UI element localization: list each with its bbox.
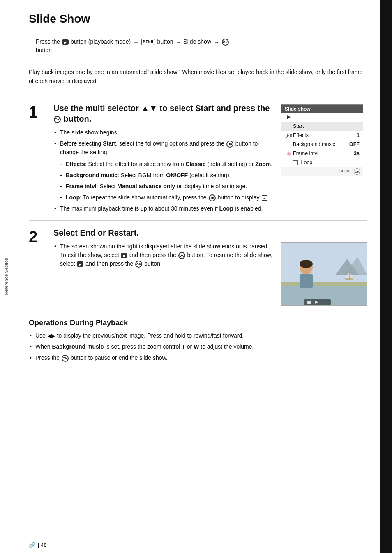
menu-play-icon xyxy=(285,115,293,119)
camera-scene-bg xyxy=(281,243,367,305)
stop-icon: ■ xyxy=(121,253,127,258)
svg-rect-12 xyxy=(307,301,311,304)
divider-1 xyxy=(29,96,367,96)
menu-row-effects: ((·)) Effects 1 xyxy=(281,131,363,140)
divider-2 xyxy=(29,220,367,221)
step2-bullet-1: The screen shown on the right is display… xyxy=(53,242,273,268)
lr-arrows-icon: ◀▶ xyxy=(47,332,55,340)
svg-rect-7 xyxy=(300,274,313,288)
instruction-text-part4: button xyxy=(36,47,52,53)
page-num-decoration: 🔗 xyxy=(29,542,35,548)
play-icon-step2: ▶ xyxy=(77,261,83,267)
inline-ok-ops: OK xyxy=(62,355,69,362)
step1-dash-effects: Effects: Select the effect for a slide s… xyxy=(60,160,273,169)
svg-point-6 xyxy=(300,260,313,268)
step1-heading: Use the multi selector ▲▼ to select Star… xyxy=(53,103,273,124)
ops-bullet-list: Use ◀▶ to display the previous/next imag… xyxy=(29,331,367,362)
arrow-icon-2: → xyxy=(175,38,181,46)
sidebar-reference: Reference Section xyxy=(0,0,12,553)
slideshow-menu-widget: Slide show Start ((·)) Effects 1 xyxy=(281,104,367,216)
step1-ok-icon: OK xyxy=(54,116,61,123)
step1-dash-bgm: Background music: Select BGM from ON/OFF… xyxy=(60,171,273,180)
step2-bullet-list: The screen shown on the right is display… xyxy=(53,242,273,268)
sidebar-label: Reference Section xyxy=(4,258,9,295)
step2-number: 2 xyxy=(29,227,45,306)
menu-row-bgm: Background music OFF xyxy=(281,140,363,149)
step1-bullet-1: The slide show begins. xyxy=(53,128,273,137)
menu-loop-label: Loop xyxy=(293,160,360,165)
page-title: Slide Show xyxy=(29,12,367,25)
inline-ok-3: OK xyxy=(209,194,216,201)
step2-content: Select End or Restart. The screen shown … xyxy=(53,227,367,306)
instruction-text-part2: button (playback mode) xyxy=(71,38,132,45)
checked-box-icon xyxy=(262,195,267,201)
instruction-text-part3: button xyxy=(157,38,175,45)
inline-ok-2: OK xyxy=(226,141,233,148)
arrow-icon-3: → xyxy=(214,38,219,46)
step1-bullet-2: Before selecting Start, select the follo… xyxy=(53,139,273,157)
page-number: ❙48 xyxy=(36,542,46,548)
arrow-icon-1: → xyxy=(133,38,138,46)
intro-paragraph: Play back images one by one in an automa… xyxy=(29,67,367,86)
ops-section: Operations During Playback Use ◀▶ to dis… xyxy=(29,319,367,362)
instruction-slideshow: Slide show xyxy=(183,38,213,45)
page-number-area: 🔗 ❙48 xyxy=(29,542,46,548)
menu-row-play xyxy=(281,113,363,122)
inline-ok-step2-1: OK xyxy=(178,252,185,259)
ops-bullet-1: Use ◀▶ to display the previous/next imag… xyxy=(29,331,367,340)
menu-row-start: Start xyxy=(281,122,363,131)
menu-effects-icon: ((·)) xyxy=(285,133,293,138)
svg-rect-4 xyxy=(281,282,367,286)
play-button-icon: ▶ xyxy=(62,39,69,45)
step1-dash-loop: Loop: To repeat the slide show automatic… xyxy=(60,193,273,202)
step1-bullet-3: The maximum playback time is up to about… xyxy=(53,204,273,213)
menu-row-frame: 🌸 Frame intvl 3s xyxy=(281,149,363,158)
step1-dash-frame: Frame intvl: Select Manual advance only … xyxy=(60,182,273,191)
instruction-text-part1: Press the xyxy=(36,38,62,45)
menu-bgm-value: OFF xyxy=(349,141,360,147)
step2-text: The screen shown on the right is display… xyxy=(53,242,273,306)
step1-number: 1 xyxy=(29,103,45,216)
menu-start-label: Start xyxy=(293,123,360,129)
menu-frame-value: 3s xyxy=(354,150,360,156)
inline-ok-step2-2: OK xyxy=(135,261,142,268)
step1-bullet-list: The slide show begins. Before selecting … xyxy=(53,128,273,157)
step2-heading: Select End or Restart. xyxy=(53,227,367,238)
step2-inner: The screen shown on the right is display… xyxy=(53,242,367,306)
scene-image xyxy=(281,242,367,306)
ok-button-icon: OK xyxy=(222,39,229,46)
step2-section: 2 Select End or Restart. The screen show… xyxy=(29,227,367,306)
divider-3 xyxy=(29,310,367,310)
ops-heading: Operations During Playback xyxy=(29,319,367,327)
menu-row-loop: Loop xyxy=(281,158,363,167)
ops-bullet-3: Press the OK button to pause or end the … xyxy=(29,354,367,362)
menu-effects-label: Effects xyxy=(293,132,357,138)
step1-bullet-list-2: The maximum playback time is up to about… xyxy=(53,204,273,213)
black-sidebar-decoration xyxy=(380,0,392,553)
slideshow-menu: Slide show Start ((·)) Effects 1 xyxy=(281,104,363,176)
menu-frame-label: Frame intvl xyxy=(293,150,354,156)
instruction-box: Press the ▶ button (playback mode) → MEN… xyxy=(29,33,367,59)
menu-button-icon: MENU xyxy=(141,39,155,46)
menu-frame-icon: 🌸 xyxy=(285,151,293,156)
loop-checkbox xyxy=(293,160,298,165)
menu-effects-value: 1 xyxy=(357,132,360,138)
step1-section: 1 Use the multi selector ▲▼ to select St… xyxy=(29,103,367,216)
ops-bullet-2: When Background music is set, press the … xyxy=(29,342,367,351)
step1-dash-list: Effects: Select the effect for a slide s… xyxy=(60,160,273,202)
menu-bgm-label: Background music xyxy=(293,141,349,147)
menu-title: Slide show xyxy=(281,105,363,113)
menu-footer: Pause→OK xyxy=(281,167,363,176)
menu-footer-ok: OK xyxy=(354,168,360,175)
step1-content: Use the multi selector ▲▼ to select Star… xyxy=(53,103,273,216)
scene-svg xyxy=(281,243,367,306)
